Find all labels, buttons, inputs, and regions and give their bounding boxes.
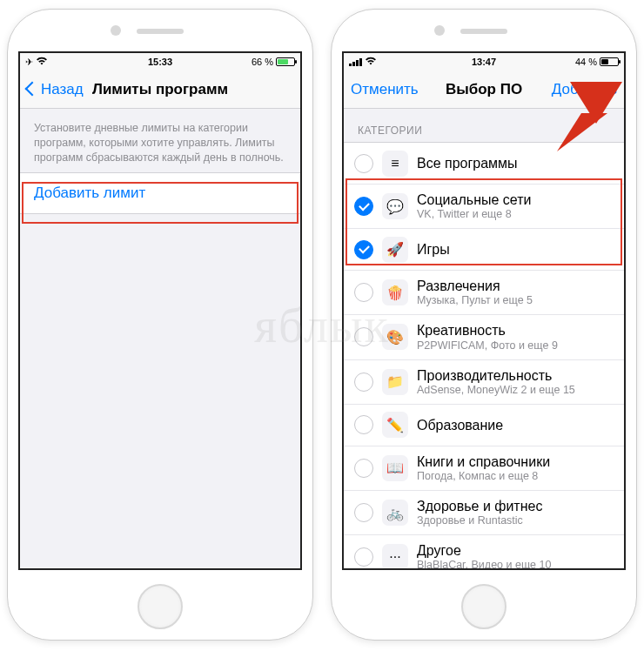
category-icon: 💬	[382, 193, 408, 219]
category-text: Здоровье и фитнесЗдоровье и Runtastic	[417, 498, 614, 527]
wifi-icon	[36, 57, 48, 67]
signal-icon	[349, 58, 362, 66]
category-text: Социальные сетиVK, Twitter и еще 8	[417, 191, 614, 221]
status-bar: 13:47 44 %	[344, 53, 624, 70]
category-icon: ✏️	[382, 412, 408, 438]
add-limit-label: Добавить лимит	[34, 185, 145, 201]
battery-icon	[276, 57, 295, 66]
category-subtitle: P2PWIFICAM, Фото и еще 9	[417, 339, 614, 352]
category-icon: 🚀	[382, 237, 408, 263]
add-button[interactable]: Добавить	[547, 81, 617, 98]
radio-icon[interactable]	[354, 240, 373, 259]
category-title: Игры	[417, 241, 614, 258]
radio-icon[interactable]	[354, 197, 373, 216]
category-text: РазвлеченияМузыка, Пульт и еще 5	[417, 278, 614, 307]
category-title: Креативность	[417, 322, 614, 339]
category-row[interactable]: 🚀Игры	[344, 229, 624, 271]
home-button[interactable]	[138, 584, 183, 629]
category-title: Все программы	[417, 155, 614, 171]
category-row[interactable]: ···ДругоеBlaBlaCar, Видео и еще 10	[344, 535, 624, 570]
battery-percent: 66 %	[252, 57, 273, 67]
section-header: КАТЕГОРИИ	[344, 109, 624, 142]
clock: 15:33	[148, 57, 172, 67]
radio-icon[interactable]	[354, 372, 373, 392]
battery-percent: 44 %	[575, 57, 597, 67]
radio-icon[interactable]	[354, 327, 373, 346]
category-title: Производительность	[417, 367, 614, 384]
home-button[interactable]	[461, 584, 506, 629]
category-row[interactable]: ≡Все программы	[344, 143, 624, 185]
category-row[interactable]: 🎨КреативностьP2PWIFICAM, Фото и еще 9	[344, 315, 624, 359]
category-row[interactable]: 📖Книги и справочникиПогода, Компас и еще…	[344, 446, 624, 491]
category-text: Образование	[417, 417, 614, 433]
category-row[interactable]: 💬Социальные сетиVK, Twitter и еще 8	[344, 185, 624, 229]
cancel-button[interactable]: Отменить	[351, 81, 420, 98]
page-title: Лимиты программ	[92, 81, 228, 98]
cancel-label: Отменить	[351, 81, 419, 98]
category-text: КреативностьP2PWIFICAM, Фото и еще 9	[417, 322, 614, 352]
screen-right: 13:47 44 % Отменить Выбор ПО Добавить КА…	[342, 51, 626, 570]
category-text: Книги и справочникиПогода, Компас и еще …	[417, 453, 614, 483]
clock: 13:47	[472, 57, 496, 67]
wifi-icon	[365, 57, 377, 67]
category-list: ≡Все программы💬Социальные сетиVK, Twitte…	[344, 142, 624, 570]
radio-icon[interactable]	[354, 415, 373, 434]
category-row[interactable]: 🚲Здоровье и фитнесЗдоровье и Runtastic	[344, 491, 624, 535]
radio-icon[interactable]	[354, 154, 373, 173]
category-icon: 🚲	[382, 500, 408, 526]
airplane-icon: ✈︎	[25, 57, 33, 68]
radio-icon[interactable]	[354, 459, 373, 478]
category-title: Книги и справочники	[417, 453, 614, 470]
phone-right: 13:47 44 % Отменить Выбор ПО Добавить КА…	[331, 9, 637, 641]
category-subtitle: BlaBlaCar, Видео и еще 10	[417, 559, 614, 570]
category-title: Развлечения	[417, 278, 614, 294]
radio-icon[interactable]	[354, 503, 373, 522]
category-row[interactable]: 🍿РазвлеченияМузыка, Пульт и еще 5	[344, 271, 624, 315]
category-icon: 📁	[382, 369, 408, 395]
category-icon: ···	[382, 544, 408, 570]
category-icon: 📖	[382, 455, 408, 481]
navbar: Назад Лимиты программ	[20, 70, 300, 109]
add-limit-button[interactable]: Добавить лимит	[20, 172, 300, 214]
phone-left: ✈︎ 15:33 66 % Назад Лимиты программ	[7, 9, 313, 641]
battery-icon	[600, 57, 619, 66]
navbar: Отменить Выбор ПО Добавить	[344, 70, 624, 109]
category-subtitle: Музыка, Пульт и еще 5	[417, 294, 614, 307]
category-subtitle: Здоровье и Runtastic	[417, 514, 614, 527]
screen-left: ✈︎ 15:33 66 % Назад Лимиты программ	[18, 51, 302, 570]
category-text: Игры	[417, 241, 614, 258]
category-icon: ≡	[382, 151, 408, 177]
category-title: Социальные сети	[417, 191, 614, 208]
category-subtitle: Погода, Компас и еще 8	[417, 470, 614, 483]
add-label: Добавить	[552, 81, 617, 98]
radio-icon[interactable]	[354, 547, 373, 567]
category-icon: 🎨	[382, 324, 408, 350]
back-label: Назад	[41, 81, 84, 98]
category-text: ДругоеBlaBlaCar, Видео и еще 10	[417, 542, 614, 570]
category-text: Все программы	[417, 155, 614, 171]
radio-icon[interactable]	[354, 283, 373, 302]
page-title: Выбор ПО	[446, 81, 522, 98]
category-text: ПроизводительностьAdSense, MoneyWiz 2 и …	[417, 367, 614, 397]
category-title: Здоровье и фитнес	[417, 498, 614, 514]
category-row[interactable]: ✏️Образование	[344, 405, 624, 446]
status-bar: ✈︎ 15:33 66 %	[20, 53, 300, 70]
category-icon: 🍿	[382, 279, 408, 305]
category-title: Образование	[417, 417, 614, 433]
category-title: Другое	[417, 542, 614, 559]
back-button[interactable]: Назад	[27, 81, 97, 98]
description-text: Установите дневные лимиты на категории п…	[20, 109, 300, 172]
category-row[interactable]: 📁ПроизводительностьAdSense, MoneyWiz 2 и…	[344, 360, 624, 405]
category-subtitle: VK, Twitter и еще 8	[417, 208, 614, 221]
chevron-left-icon	[27, 81, 39, 98]
category-subtitle: AdSense, MoneyWiz 2 и еще 15	[417, 384, 614, 397]
